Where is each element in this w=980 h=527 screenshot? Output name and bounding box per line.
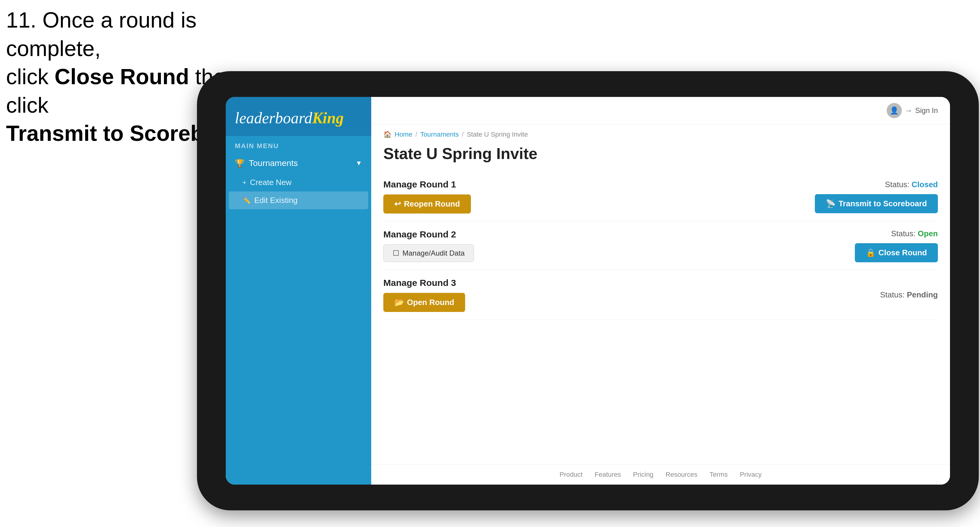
round-1-status: Status: Closed (885, 180, 938, 189)
create-new-label: Create New (250, 178, 291, 187)
round-2-status: Status: Open (891, 229, 938, 238)
transmit-icon: 📡 (826, 199, 835, 208)
breadcrumb-home[interactable]: Home (395, 130, 412, 138)
close-icon: 🔒 (866, 248, 875, 257)
reopen-icon: ↩ (394, 199, 401, 209)
footer-pricing[interactable]: Pricing (633, 471, 653, 479)
round-3-status-value: Pending (907, 290, 938, 299)
footer-privacy[interactable]: Privacy (740, 471, 762, 479)
tablet-device: leaderboardKing MAIN MENU 🏆 Tournaments … (197, 71, 979, 510)
audit-label: Manage/Audit Data (402, 249, 465, 257)
logo-prefix: leaderboard (235, 110, 312, 127)
trophy-icon: 🏆 (235, 159, 245, 168)
sign-in-text: Sign In (915, 106, 938, 115)
round-2-section: Manage Round 2 ☐ Manage/Audit Data Statu… (383, 221, 938, 270)
logo-area: leaderboardKing (226, 97, 371, 136)
round-2-left: Manage Round 2 ☐ Manage/Audit Data (383, 229, 474, 262)
round-1-left: Manage Round 1 ↩ Reopen Round (383, 179, 471, 214)
breadcrumb: 🏠 Home / Tournaments / State U Spring In… (371, 124, 950, 141)
reopen-round-button[interactable]: ↩ Reopen Round (383, 194, 471, 214)
breadcrumb-tournaments[interactable]: Tournaments (420, 130, 459, 138)
sidebar-item-tournaments[interactable]: 🏆 Tournaments ▼ (226, 153, 371, 173)
top-bar: 👤 → Sign In (371, 97, 950, 124)
manage-audit-button[interactable]: ☐ Manage/Audit Data (383, 244, 474, 262)
footer-terms[interactable]: Terms (710, 471, 728, 479)
instruction-line1: 11. Once a round is complete, (6, 6, 279, 63)
round-3-title: Manage Round 3 (383, 278, 465, 288)
edit-icon: ✏️ (242, 197, 251, 205)
sidebar-create-new[interactable]: + Create New (226, 173, 371, 191)
footer-features[interactable]: Features (595, 471, 621, 479)
round-3-left: Manage Round 3 📂 Open Round (383, 278, 465, 312)
reopen-label: Reopen Round (404, 199, 460, 209)
round-1-right: Status: Closed 📡 Transmit to Scoreboard (815, 180, 938, 213)
open-icon: 📂 (394, 298, 404, 307)
round-1-title: Manage Round 1 (383, 179, 471, 190)
breadcrumb-sep1: / (415, 130, 417, 138)
main-content: 👤 → Sign In 🏠 Home / Tournaments / State… (371, 97, 950, 484)
tablet-screen: leaderboardKing MAIN MENU 🏆 Tournaments … (226, 97, 950, 484)
footer-resources[interactable]: Resources (665, 471, 697, 479)
logo-suffix: King (312, 110, 344, 127)
footer: Product Features Pricing Resources Terms… (371, 464, 950, 484)
plus-icon: + (242, 179, 247, 187)
main-menu-label: MAIN MENU (226, 136, 371, 153)
round-2-right: Status: Open 🔒 Close Round (855, 229, 938, 262)
breadcrumb-sep2: / (462, 130, 464, 138)
edit-existing-label: Edit Existing (254, 196, 298, 205)
round-2-title: Manage Round 2 (383, 229, 474, 240)
sidebar-edit-existing[interactable]: ✏️ Edit Existing (229, 191, 368, 209)
round-1-status-value: Closed (912, 180, 938, 189)
page-title: State U Spring Invite (371, 141, 950, 172)
sidebar: leaderboardKing MAIN MENU 🏆 Tournaments … (226, 97, 371, 484)
open-round-button[interactable]: 📂 Open Round (383, 293, 465, 312)
round-3-section: Manage Round 3 📂 Open Round Status: Pend… (383, 270, 938, 320)
sign-in-button[interactable]: 👤 → Sign In (887, 103, 938, 118)
round-1-section: Manage Round 1 ↩ Reopen Round Status: Cl… (383, 172, 938, 221)
app-layout: leaderboardKing MAIN MENU 🏆 Tournaments … (226, 97, 950, 484)
chevron-icon: ▼ (355, 159, 362, 167)
content-area: Manage Round 1 ↩ Reopen Round Status: Cl… (371, 172, 950, 464)
logo: leaderboardKing (235, 109, 362, 127)
sign-in-label: → (905, 106, 912, 115)
home-icon: 🏠 (383, 130, 391, 138)
close-label: Close Round (878, 248, 927, 257)
round-3-status: Status: Pending (880, 290, 938, 300)
round-3-right: Status: Pending (880, 290, 938, 300)
close-round-button[interactable]: 🔒 Close Round (855, 243, 938, 262)
open-label: Open Round (407, 298, 454, 307)
footer-product[interactable]: Product (559, 471, 582, 479)
sidebar-tournaments-label: Tournaments (249, 159, 298, 168)
audit-icon: ☐ (393, 249, 399, 257)
transmit-label: Transmit to Scoreboard (838, 199, 927, 208)
round-2-status-value: Open (918, 229, 938, 238)
breadcrumb-current: State U Spring Invite (467, 130, 528, 138)
avatar-icon: 👤 (887, 103, 902, 118)
transmit-scoreboard-button[interactable]: 📡 Transmit to Scoreboard (815, 194, 938, 213)
